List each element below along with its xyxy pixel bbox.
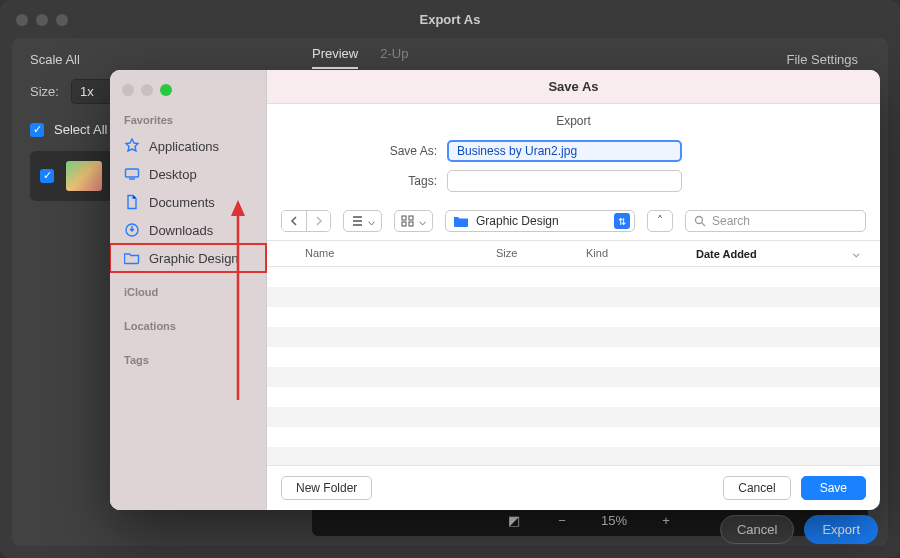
sidebar-section-tags[interactable]: Tags <box>110 350 266 372</box>
select-all-checkbox[interactable]: ✓ <box>30 123 44 137</box>
svg-point-6 <box>696 217 703 224</box>
group-button[interactable]: ⌵ <box>394 210 433 232</box>
traffic-max[interactable] <box>56 14 68 26</box>
search-input[interactable]: Search <box>685 210 866 232</box>
list-row <box>267 327 880 347</box>
zoom-in-icon[interactable]: + <box>657 511 675 529</box>
tags-input[interactable] <box>447 170 682 192</box>
size-value: 1x <box>80 84 94 99</box>
sidebar-item-label: Desktop <box>149 167 197 182</box>
path-dropdown[interactable]: Graphic Design ⇅ <box>445 210 635 232</box>
traffic-close[interactable] <box>122 84 134 96</box>
list-row <box>267 287 880 307</box>
file-settings-label: File Settings <box>786 52 858 67</box>
tab-preview[interactable]: Preview <box>312 46 358 69</box>
svg-rect-5 <box>409 222 413 226</box>
nav-back-forward <box>281 210 331 232</box>
sheet-traffic-lights <box>110 80 266 110</box>
export-button[interactable]: Export <box>804 515 878 544</box>
chevron-down-icon: ⌵ <box>419 214 426 228</box>
list-header: Name Size Kind Date Added ⌵ <box>267 241 880 267</box>
sidebar-item-label: Graphic Design <box>149 251 239 266</box>
sidebar-section-icloud[interactable]: iCloud <box>110 282 266 304</box>
sidebar-item-applications[interactable]: Applications <box>110 132 266 160</box>
expand-button[interactable]: ˄ <box>647 210 673 232</box>
list-row <box>267 387 880 407</box>
chevron-down-icon: ⌵ <box>853 247 860 260</box>
documents-icon <box>124 194 140 210</box>
chevron-down-icon: ⌵ <box>368 214 375 228</box>
save-button[interactable]: Save <box>801 476 866 500</box>
asset-thumbnail <box>66 161 102 191</box>
export-title: Export As <box>0 0 900 27</box>
save-as-sheet: Favorites Applications Desktop Documents… <box>110 70 880 510</box>
folder-icon <box>124 250 140 266</box>
zoom-value: 15% <box>601 513 627 528</box>
scale-all-label: Scale All <box>30 52 870 67</box>
applications-icon <box>124 138 140 154</box>
window-traffic-lights <box>16 14 68 26</box>
sidebar-item-label: Documents <box>149 195 215 210</box>
list-row <box>267 447 880 465</box>
file-list[interactable] <box>267 267 880 465</box>
list-icon <box>350 215 364 227</box>
traffic-close[interactable] <box>16 14 28 26</box>
view-list-button[interactable]: ⌵ <box>343 210 382 232</box>
save-footer: New Folder Cancel Save <box>267 465 880 510</box>
folder-icon <box>454 215 468 227</box>
export-cancel-button[interactable]: Cancel <box>720 515 794 544</box>
list-row <box>267 367 880 387</box>
column-name[interactable]: Name <box>281 247 496 260</box>
chevron-right-icon <box>315 216 323 226</box>
tags-label: Tags: <box>267 174 437 188</box>
sidebar-item-downloads[interactable]: Downloads <box>110 216 266 244</box>
select-all-label: Select All <box>54 122 107 137</box>
save-as-input[interactable] <box>447 140 682 162</box>
search-placeholder: Search <box>712 214 750 228</box>
list-row <box>267 427 880 447</box>
finder-toolbar: ⌵ ⌵ Graphic Design ⇅ ˄ Search <box>267 206 880 241</box>
grid-icon <box>401 215 415 227</box>
column-date-added[interactable]: Date Added ⌵ <box>696 247 866 260</box>
list-row <box>267 307 880 327</box>
search-icon <box>694 215 706 227</box>
svg-rect-2 <box>402 216 406 220</box>
sidebar-section-favorites: Favorites <box>110 110 266 132</box>
traffic-min[interactable] <box>36 14 48 26</box>
export-tabs: Preview 2-Up <box>312 46 408 69</box>
traffic-max[interactable] <box>160 84 172 96</box>
save-main: Save As Export Save As: Tags: <box>267 70 880 510</box>
desktop-icon <box>124 166 140 182</box>
path-label: Graphic Design <box>476 214 606 228</box>
cancel-button[interactable]: Cancel <box>723 476 790 500</box>
sidebar-item-graphic-design[interactable]: Graphic Design <box>110 244 266 272</box>
sidebar-item-desktop[interactable]: Desktop <box>110 160 266 188</box>
zoom-fit-icon[interactable]: ◩ <box>505 511 523 529</box>
finder-sidebar: Favorites Applications Desktop Documents… <box>110 70 267 510</box>
forward-button[interactable] <box>306 211 330 231</box>
chevron-left-icon <box>290 216 298 226</box>
save-sheet-subtitle: Export <box>267 104 880 130</box>
list-row <box>267 407 880 427</box>
sidebar-item-label: Applications <box>149 139 219 154</box>
sidebar-item-documents[interactable]: Documents <box>110 188 266 216</box>
save-sheet-title: Save As <box>267 70 880 104</box>
chevron-up-icon: ˄ <box>657 214 663 228</box>
column-size[interactable]: Size <box>496 247 586 260</box>
svg-rect-0 <box>126 169 139 177</box>
zoom-out-icon[interactable]: − <box>553 511 571 529</box>
new-folder-button[interactable]: New Folder <box>281 476 372 500</box>
svg-rect-4 <box>402 222 406 226</box>
svg-rect-3 <box>409 216 413 220</box>
sidebar-section-locations[interactable]: Locations <box>110 316 266 338</box>
tab-2up[interactable]: 2-Up <box>380 46 408 69</box>
asset-checkbox[interactable]: ✓ <box>40 169 54 183</box>
chevron-updown-icon: ⇅ <box>614 213 630 229</box>
size-label: Size: <box>30 84 59 99</box>
list-row <box>267 347 880 367</box>
column-kind[interactable]: Kind <box>586 247 696 260</box>
save-as-label: Save As: <box>267 144 437 158</box>
back-button[interactable] <box>282 211 306 231</box>
traffic-min[interactable] <box>141 84 153 96</box>
list-row <box>267 267 880 287</box>
